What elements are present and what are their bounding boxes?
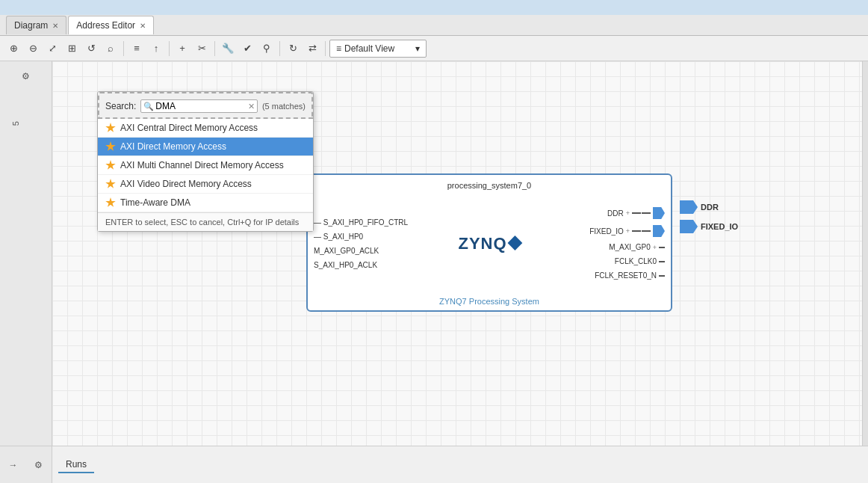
filter-button[interactable]: ≡ [128, 40, 146, 58]
zynq-ports-right: DDR + FIXED_IO + [589, 207, 665, 280]
zynq-logo-text: ZYNQ [458, 234, 506, 253]
search-item-3[interactable]: AXI Video Direct Memory Access [98, 175, 313, 194]
port-m-axi-gp0-aclk: M_AXI_GP0_ACLK [314, 247, 408, 255]
toolbar-separator-1 [123, 41, 124, 56]
toolbar-separator-2 [169, 41, 170, 56]
right-resize-handle[interactable] [862, 61, 868, 446]
port-label-ddr: DDR [607, 209, 624, 218]
search-footer-text: ENTER to select, ESC to cancel, Ctrl+Q f… [105, 218, 299, 227]
ip-icon-3 [105, 179, 116, 189]
search-header: Search: 🔍 ✕ (5 matches) [98, 92, 313, 119]
external-ddr: DDR [680, 200, 719, 214]
top-accent-bar [0, 0, 868, 15]
ip-icon-4 [105, 197, 116, 208]
search-icon: 🔍 [143, 102, 154, 111]
external-fixed-io: FIXED_IO [680, 220, 738, 233]
bottom-panel: Runs [52, 446, 868, 483]
port-label-fclk-reset0-n: FCLK_RESET0_N [595, 271, 657, 280]
port-s-axi-hp0-aclk: S_AXI_HP0_ACLK [314, 261, 408, 269]
port-m-axi-gp0: M_AXI_GP0 + [589, 243, 665, 251]
search-input[interactable] [155, 101, 248, 111]
zynq-logo: ZYNQ [458, 234, 520, 253]
port-label-m-axi-gp0-aclk: M_AXI_GP0_ACLK [314, 247, 379, 255]
port-fclk-reset0-n: FCLK_RESET0_N [589, 271, 665, 280]
m-axi-gp0-line [659, 247, 665, 248]
search-item-0[interactable]: AXI Central Direct Memory Access [98, 119, 313, 138]
port-label-s-axi-hp0-aclk: S_AXI_HP0_ACLK [314, 261, 377, 269]
fit-button[interactable]: ⤢ [43, 40, 61, 58]
port-label-fclk-clk0: FCLK_CLK0 [615, 257, 657, 265]
search-item-4[interactable]: Time-Aware DMA [98, 194, 313, 212]
refresh-button[interactable]: ↺ [82, 40, 100, 58]
search-footer: ENTER to select, ESC to cancel, Ctrl+Q f… [98, 212, 313, 231]
tab-address-editor-label: Address Editor [76, 20, 135, 31]
tab-runs-label: Runs [66, 459, 87, 470]
tab-diagram-label: Diagram [14, 20, 48, 31]
search-item-label-2: AXI Multi Channel Direct Memory Access [120, 160, 284, 170]
select-button[interactable]: ⊞ [63, 40, 81, 58]
tab-address-editor-close[interactable]: ✕ [140, 22, 146, 30]
search-item-1[interactable]: AXI Direct Memory Access [98, 138, 313, 156]
bottom-settings[interactable]: ⚙ [28, 456, 50, 474]
cut-button[interactable]: ✂ [193, 40, 211, 58]
content-area: ⚙ 5 Search: 🔍 ✕ (5 matches) [0, 61, 868, 446]
diagram-area: Search: 🔍 ✕ (5 matches) AXI Central Dire… [52, 61, 862, 446]
fixed-io-arrow [653, 225, 665, 237]
port-plus-ddr: + [626, 209, 630, 217]
zynq-logo-diamond [508, 236, 523, 250]
bottom-left-sidebar: → ⚙ [0, 446, 52, 483]
ddr-connector-shape [680, 200, 698, 214]
tab-bar: Diagram ✕ Address Editor ✕ [0, 15, 868, 36]
search-item-label-4: Time-Aware DMA [120, 197, 190, 208]
zoom-out-button[interactable]: ⊖ [24, 40, 42, 58]
view-dropdown-icon: ≡ [336, 43, 341, 54]
ip-icon-2 [105, 160, 116, 170]
search-clear-icon[interactable]: ✕ [248, 102, 255, 111]
toolbar-separator-4 [279, 41, 280, 56]
bottom-area: → ⚙ Runs [0, 446, 868, 483]
zynq-inner: — S_AXI_HP0_FIFO_CTRL — S_AXI_HP0 M_AXI_… [314, 193, 665, 294]
search-item-label-3: AXI Video Direct Memory Access [120, 179, 252, 189]
search-item-label-0: AXI Central Direct Memory Access [120, 123, 258, 133]
tab-address-editor[interactable]: Address Editor ✕ [68, 16, 154, 34]
properties-button[interactable]: 🔧 [219, 40, 237, 58]
validate-button[interactable]: ✔ [238, 40, 256, 58]
port-fclk-clk0: FCLK_CLK0 [589, 257, 665, 265]
search-input-wrap: 🔍 ✕ [140, 99, 258, 113]
search-results-list: AXI Central Direct Memory Access AXI Dir… [98, 119, 313, 212]
toolbar-separator-5 [325, 41, 326, 56]
add-button[interactable]: + [173, 40, 191, 58]
up-button[interactable]: ↑ [147, 40, 165, 58]
fclk-reset0-n-line [659, 275, 665, 277]
view-dropdown[interactable]: ≡ Default View ▾ [329, 40, 427, 58]
bottom-nav-left[interactable]: → [2, 456, 25, 474]
ip-icon-1 [105, 141, 116, 152]
refresh2-button[interactable]: ↻ [284, 40, 302, 58]
tab-runs[interactable]: Runs [58, 457, 94, 473]
search-button[interactable]: ⌕ [102, 40, 120, 58]
zynq-block[interactable]: processing_system7_0 — S_AXI_HP0_FIFO_CT… [306, 173, 672, 312]
zynq-ports-left: — S_AXI_HP0_FIFO_CTRL — S_AXI_HP0 M_AXI_… [314, 218, 408, 269]
port-button[interactable]: ⇄ [303, 40, 321, 58]
port-plus-fixed-io: + [626, 227, 630, 235]
port-label-fixed-io: FIXED_IO [589, 227, 624, 236]
tab-diagram[interactable]: Diagram ✕ [6, 16, 66, 34]
port-label-m-axi-gp0: M_AXI_GP0 [609, 243, 651, 251]
zoom-in-button[interactable]: ⊕ [4, 40, 22, 58]
pin-button[interactable]: ⚲ [258, 40, 276, 58]
sidebar-number: 5 [11, 121, 20, 126]
view-dropdown-label: Default View [344, 43, 394, 54]
fixed-io-connectors [632, 230, 651, 232]
search-popup: Search: 🔍 ✕ (5 matches) AXI Central Dire… [97, 91, 314, 232]
search-item-2[interactable]: AXI Multi Channel Direct Memory Access [98, 156, 313, 175]
diagram-canvas: Search: 🔍 ✕ (5 matches) AXI Central Dire… [52, 61, 862, 446]
tab-diagram-close[interactable]: ✕ [52, 22, 58, 30]
left-sidebar: ⚙ 5 [0, 61, 52, 446]
external-fixed-io-label: FIXED_IO [701, 222, 738, 231]
port-plus-m-axi-gp0: + [653, 244, 657, 251]
toolbar-separator-3 [214, 41, 215, 56]
fixed-io-connector-shape [680, 220, 698, 233]
settings-button[interactable]: ⚙ [15, 67, 37, 85]
port-s-axi-hp0-fifo-ctrl: — S_AXI_HP0_FIFO_CTRL [314, 218, 408, 227]
search-matches: (5 matches) [262, 102, 306, 111]
